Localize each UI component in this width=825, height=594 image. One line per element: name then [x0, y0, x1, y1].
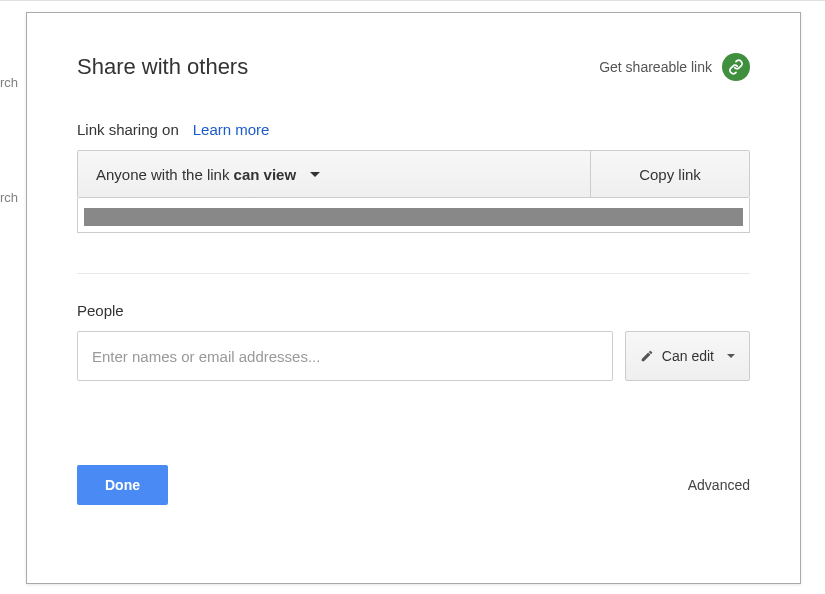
share-url-box[interactable] [77, 198, 750, 233]
people-input[interactable] [77, 331, 613, 381]
advanced-link[interactable]: Advanced [688, 477, 750, 493]
permission-dropdown[interactable]: Can edit [625, 331, 750, 381]
link-controls-bar: Anyone with the link can view Copy link [77, 150, 750, 198]
link-sharing-status-row: Link sharing on Learn more [77, 121, 750, 138]
shareable-link-label: Get shareable link [599, 59, 712, 75]
link-sharing-status: Link sharing on [77, 121, 179, 138]
bg-cell-fragment: rch [0, 75, 18, 90]
people-input-row: Can edit [77, 331, 750, 381]
dialog-title: Share with others [77, 54, 248, 80]
scope-text: Anyone with the link can view [96, 166, 296, 183]
caret-down-icon [727, 354, 735, 358]
done-button[interactable]: Done [77, 465, 168, 505]
caret-down-icon [310, 172, 320, 177]
pencil-icon [640, 349, 654, 363]
share-dialog: Share with others Get shareable link Lin… [26, 12, 801, 584]
dialog-footer: Done Advanced [77, 465, 750, 505]
link-icon [722, 53, 750, 81]
link-scope-dropdown[interactable]: Anyone with the link can view [78, 151, 591, 197]
people-section-label: People [77, 302, 750, 319]
section-divider [77, 273, 750, 274]
bg-cell-fragment: rch [0, 190, 18, 205]
share-url-redacted [84, 208, 743, 226]
get-shareable-link-button[interactable]: Get shareable link [599, 53, 750, 81]
dialog-header: Share with others Get shareable link [77, 53, 750, 81]
copy-link-button[interactable]: Copy link [591, 151, 749, 197]
permission-label: Can edit [662, 348, 714, 364]
learn-more-link[interactable]: Learn more [193, 121, 270, 138]
